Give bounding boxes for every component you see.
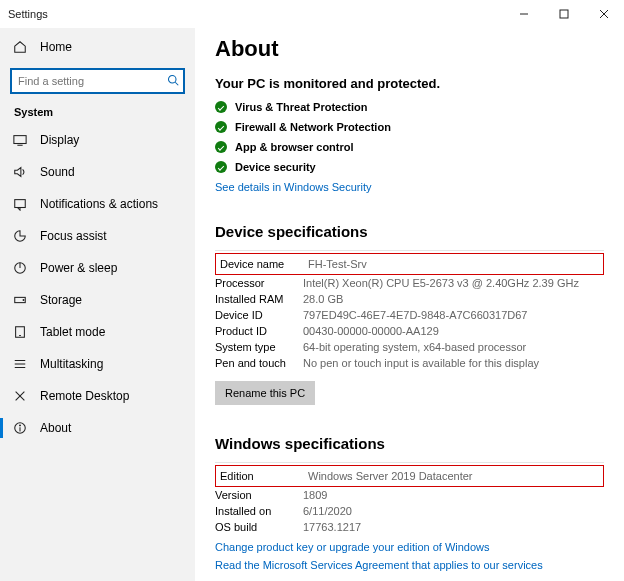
check-icon: [215, 141, 227, 153]
protection-item: Virus & Threat Protection: [215, 101, 604, 113]
sidebar-section-title: System: [0, 104, 195, 124]
sidebar-item-display[interactable]: Display: [0, 124, 195, 156]
sidebar-item-label: Remote Desktop: [40, 389, 129, 403]
sidebar-item-tablet-mode[interactable]: Tablet mode: [0, 316, 195, 348]
sidebar-item-remote-desktop[interactable]: Remote Desktop: [0, 380, 195, 412]
pen-touch-value: No pen or touch input is available for t…: [303, 357, 604, 369]
sidebar-item-label: Notifications & actions: [40, 197, 158, 211]
sidebar-item-label: Sound: [40, 165, 75, 179]
sidebar-item-label: Tablet mode: [40, 325, 105, 339]
protection-heading: Your PC is monitored and protected.: [215, 76, 604, 91]
sidebar-item-focus-assist[interactable]: Focus assist: [0, 220, 195, 252]
notifications-icon: [12, 197, 28, 211]
search-input[interactable]: [10, 68, 185, 94]
check-icon: [215, 121, 227, 133]
power-icon: [12, 261, 28, 275]
maximize-button[interactable]: [544, 0, 584, 28]
sidebar-item-about[interactable]: About: [0, 412, 195, 444]
product-id-value: 00430-00000-00000-AA129: [303, 325, 604, 337]
ram-value: 28.0 GB: [303, 293, 604, 305]
sidebar-item-multitasking[interactable]: Multitasking: [0, 348, 195, 380]
search-icon: [167, 74, 179, 88]
device-name-row: Device nameFH-Test-Srv: [215, 253, 604, 275]
sidebar-item-label: Power & sleep: [40, 261, 117, 275]
services-link[interactable]: Read the Microsoft Services Agreement th…: [215, 559, 604, 571]
focus-icon: [12, 229, 28, 243]
home-label: Home: [40, 40, 72, 54]
multitasking-icon: [12, 357, 28, 371]
system-type-value: 64-bit operating system, x64-based proce…: [303, 341, 604, 353]
minimize-button[interactable]: [504, 0, 544, 28]
sidebar-item-sound[interactable]: Sound: [0, 156, 195, 188]
sound-icon: [12, 165, 28, 179]
home-button[interactable]: Home: [0, 32, 195, 62]
installed-on-value: 6/11/2020: [303, 505, 604, 517]
sidebar-item-label: Focus assist: [40, 229, 107, 243]
protection-item: App & browser control: [215, 141, 604, 153]
remote-icon: [12, 389, 28, 403]
windows-spec-heading: Windows specifications: [215, 435, 604, 452]
display-icon: [12, 133, 28, 147]
tablet-icon: [12, 325, 28, 339]
page-title: About: [215, 36, 604, 62]
svg-point-22: [20, 425, 21, 426]
svg-point-4: [169, 76, 177, 84]
content-area: About Your PC is monitored and protected…: [195, 28, 624, 581]
check-icon: [215, 161, 227, 173]
sidebar-item-power-sleep[interactable]: Power & sleep: [0, 252, 195, 284]
protection-item: Firewall & Network Protection: [215, 121, 604, 133]
sidebar-item-label: Display: [40, 133, 79, 147]
security-link[interactable]: See details in Windows Security: [215, 181, 604, 193]
sidebar-item-notifications[interactable]: Notifications & actions: [0, 188, 195, 220]
window-title: Settings: [8, 8, 504, 20]
svg-rect-8: [15, 200, 26, 208]
sidebar-item-label: About: [40, 421, 71, 435]
device-id-value: 797ED49C-46E7-4E7D-9848-A7C660317D67: [303, 309, 604, 321]
svg-point-12: [23, 300, 24, 301]
os-build-value: 17763.1217: [303, 521, 604, 533]
close-button[interactable]: [584, 0, 624, 28]
device-name-value: FH-Test-Srv: [308, 258, 599, 270]
version-value: 1809: [303, 489, 604, 501]
edition-row: EditionWindows Server 2019 Datacenter: [215, 465, 604, 487]
device-spec-heading: Device specifications: [215, 223, 604, 240]
edition-value: Windows Server 2019 Datacenter: [308, 470, 599, 482]
upgrade-link[interactable]: Change product key or upgrade your editi…: [215, 541, 604, 553]
check-icon: [215, 101, 227, 113]
svg-rect-6: [14, 136, 26, 144]
sidebar: Home System Display Sound Notifications: [0, 28, 195, 581]
protection-item: Device security: [215, 161, 604, 173]
svg-line-5: [175, 82, 178, 85]
home-icon: [12, 40, 28, 54]
about-icon: [12, 421, 28, 435]
sidebar-item-storage[interactable]: Storage: [0, 284, 195, 316]
titlebar: Settings: [0, 0, 624, 28]
storage-icon: [12, 293, 28, 307]
sidebar-item-label: Multitasking: [40, 357, 103, 371]
sidebar-item-label: Storage: [40, 293, 82, 307]
svg-rect-1: [560, 10, 568, 18]
processor-value: Intel(R) Xeon(R) CPU E5-2673 v3 @ 2.40GH…: [303, 277, 604, 289]
rename-pc-button[interactable]: Rename this PC: [215, 381, 315, 405]
